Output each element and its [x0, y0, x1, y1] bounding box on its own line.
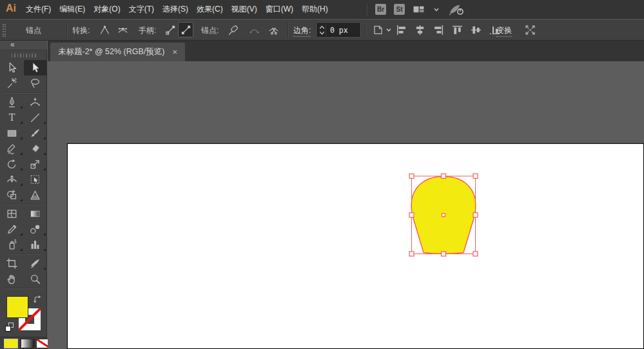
fill-stroke-widget — [0, 296, 47, 334]
selection-handle[interactable] — [473, 213, 478, 217]
menu-right-icons: Br St — [375, 0, 464, 19]
artboard-tool[interactable] — [1, 255, 24, 271]
pen-tool[interactable] — [1, 94, 24, 110]
collapse-panel-button[interactable]: « — [10, 40, 15, 50]
control-bar-grip[interactable] — [3, 24, 6, 37]
menu-item-6[interactable]: 视图(V) — [231, 4, 257, 15]
gpu-performance-icon[interactable] — [448, 3, 464, 15]
eraser-tool[interactable] — [24, 141, 47, 156]
tab-bar: 未标题-2* @ 52% (RGB/预览) × — [48, 41, 644, 61]
menu-bar: Ai 文件(F)编辑(E)对象(O)文字(T)选择(S)效果(C)视图(V)窗口… — [0, 0, 644, 19]
slice-tool[interactable] — [24, 255, 47, 271]
menu-item-0[interactable]: 文件(F) — [26, 4, 51, 15]
menu-item-2[interactable]: 对象(O) — [93, 4, 120, 15]
show-handles-multiple-anchors-icon[interactable] — [162, 22, 178, 37]
tools-panel-grip[interactable] — [12, 54, 36, 57]
app-logo: Ai — [6, 3, 16, 14]
align-top-icon[interactable] — [451, 23, 463, 37]
align-buttons — [395, 22, 501, 37]
blend-tool[interactable] — [24, 221, 47, 237]
selection-center-point[interactable] — [442, 214, 445, 217]
workspace-switcher-icon[interactable] — [413, 5, 425, 14]
align-left-icon[interactable] — [395, 23, 407, 37]
menu-item-1[interactable]: 编辑(E) — [59, 4, 85, 15]
corner-link[interactable]: 边角: — [293, 25, 311, 37]
width-tool[interactable] — [1, 172, 24, 187]
paintbrush-tool[interactable] — [24, 125, 47, 141]
perspective-grid-tool[interactable] — [24, 187, 47, 203]
corner-radius-stepper: 0 px — [317, 23, 360, 37]
column-graph-tool[interactable] — [24, 237, 47, 252]
align-to-artboard-icon[interactable] — [370, 22, 385, 37]
lasso-tool[interactable] — [24, 75, 47, 91]
document-tab[interactable]: 未标题-2* @ 52% (RGB/预览) × — [50, 43, 185, 61]
workspace: « T 未标题-2* @ 52% (RGB/预览) × — [0, 41, 644, 349]
shaper-tool[interactable] — [1, 141, 24, 156]
selection-handle[interactable] — [409, 252, 414, 256]
selection-tool[interactable] — [1, 60, 24, 75]
gradient-tool[interactable] — [24, 206, 47, 221]
tool-separator — [1, 286, 47, 290]
hand-tool[interactable] — [1, 271, 24, 286]
mode-gradient-button[interactable] — [21, 339, 35, 348]
selection-handle[interactable] — [442, 252, 446, 256]
canvas-area[interactable] — [48, 61, 644, 349]
eyedropper-tool[interactable] — [1, 221, 24, 237]
convert-label: 转换: — [72, 25, 90, 36]
menu-items: 文件(F)编辑(E)对象(O)文字(T)选择(S)效果(C)视图(V)窗口(W)… — [26, 0, 328, 19]
document-area: 未标题-2* @ 52% (RGB/预览) × — [48, 41, 644, 349]
hide-handles-multiple-anchors-icon[interactable] — [178, 22, 193, 37]
selection-handle[interactable] — [442, 174, 446, 179]
isolate-selected-object-icon[interactable] — [522, 22, 538, 37]
bridge-button[interactable]: Br — [375, 4, 386, 15]
scale-tool[interactable] — [24, 156, 47, 172]
magic-wand-tool[interactable] — [1, 75, 24, 91]
menu-item-7[interactable]: 窗口(W) — [266, 4, 293, 15]
selection-handle[interactable] — [409, 213, 414, 217]
default-fill-stroke-icon[interactable] — [5, 323, 15, 332]
convert-anchor-to-corner-icon[interactable] — [97, 22, 112, 37]
rectangle-tool[interactable] — [1, 125, 24, 141]
tab-close-icon[interactable]: × — [173, 48, 178, 56]
separator — [66, 22, 67, 38]
color-mode-row — [0, 337, 47, 349]
align-right-icon[interactable] — [432, 23, 445, 37]
artboard — [68, 144, 644, 349]
zoom-tool[interactable] — [24, 271, 47, 286]
svg-text:T: T — [9, 112, 15, 123]
curvature-tool[interactable] — [24, 94, 47, 110]
symbol-sprayer-tool[interactable] — [1, 237, 24, 252]
separator — [365, 22, 366, 38]
chevron-down-icon[interactable] — [433, 6, 440, 14]
menu-item-3[interactable]: 文字(T) — [129, 4, 154, 15]
menu-item-8[interactable]: 帮助(H) — [302, 4, 328, 15]
convert-anchor-to-smooth-icon[interactable] — [115, 22, 130, 37]
align-to-chevron-icon[interactable] — [384, 22, 393, 37]
shape-builder-tool[interactable] — [1, 187, 24, 203]
cut-path-at-anchor-icon[interactable] — [266, 22, 281, 37]
connect-selected-endpoints-icon[interactable] — [246, 22, 262, 37]
selection-handle[interactable] — [473, 252, 478, 256]
menu-item-5[interactable]: 效果(C) — [197, 4, 223, 15]
tools-panel-header: « — [0, 41, 47, 50]
stock-button[interactable]: St — [394, 4, 405, 15]
selection-handle[interactable] — [409, 174, 414, 179]
fill-swatch[interactable] — [6, 296, 28, 318]
document-tab-title: 未标题-2* @ 52% (RGB/预览) — [58, 46, 165, 57]
stepper-arrows[interactable] — [318, 24, 326, 36]
align-center-horizontal-icon[interactable] — [413, 23, 426, 37]
mesh-tool[interactable] — [1, 206, 24, 221]
type-tool[interactable]: T — [1, 110, 24, 125]
menu-item-4[interactable]: 选择(S) — [162, 4, 188, 15]
selection-handle[interactable] — [473, 174, 478, 179]
direct-selection-tool[interactable] — [24, 60, 47, 75]
remove-selected-anchor-icon[interactable] — [226, 22, 241, 37]
rotate-tool[interactable] — [1, 156, 24, 172]
align-middle-vertical-icon[interactable] — [469, 23, 482, 37]
free-transform-tool[interactable] — [24, 172, 47, 187]
line-segment-tool[interactable] — [24, 110, 47, 125]
transform-link[interactable]: 变换 — [496, 25, 512, 37]
corner-radius-value[interactable]: 0 px — [326, 24, 359, 36]
swap-fill-stroke-icon[interactable] — [33, 295, 42, 306]
mode-color-button[interactable] — [4, 339, 18, 348]
